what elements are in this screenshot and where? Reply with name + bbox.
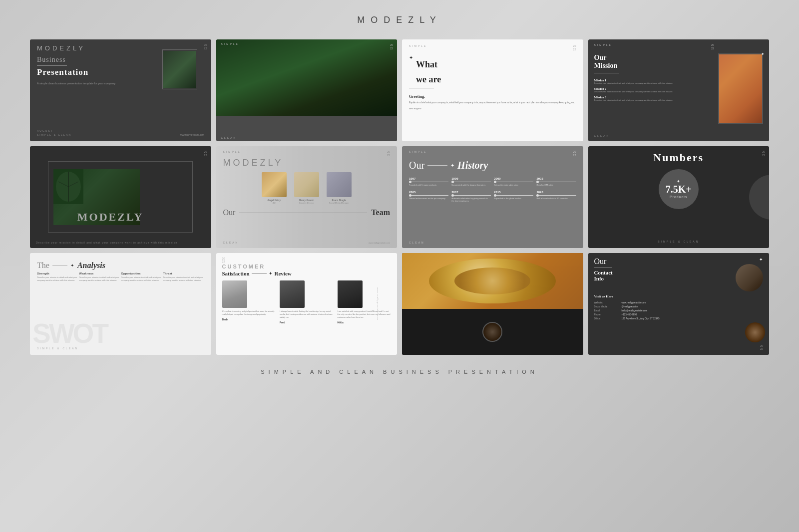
slide12-detail-phone: Phone: +123-456-7890 — [594, 313, 764, 316]
slide3-regards: Best Regard — [409, 107, 576, 110]
slide-our-mission[interactable]: SIMPLE 20 22 Our Mission Mission 1 Descr… — [588, 39, 770, 141]
slide12-detail-website: Website: www.reallygreatsite.com — [594, 301, 764, 304]
slide8-numbers: Numbers — [653, 151, 704, 164]
slide9-opportunities: Opportunities Describe your mission in d… — [121, 272, 162, 347]
slide10-satisfaction: Satisfaction — [222, 270, 250, 276]
slide7-timeline-2005: 2005 Gained achievement as the pro compa… — [409, 191, 448, 203]
slide10-customer: CUSTOMER — [222, 264, 266, 269]
slide12-info: Info — [594, 275, 613, 281]
slide-coffee-photo[interactable] — [402, 253, 583, 355]
slide6-our: Our — [223, 208, 236, 217]
page-title: MODEZLY — [357, 15, 442, 25]
slide11-bottom-dark — [402, 309, 583, 355]
slide4-mission: Mission — [594, 62, 715, 70]
slide3-star: ✦ — [409, 55, 413, 60]
slides-grid: MODEZLY 20 22 Business Presentation A si… — [30, 39, 769, 355]
slide10-review-barb: It's my first time using a digital produ… — [222, 280, 276, 351]
slide5-outer-box: MODEZLY — [48, 161, 193, 233]
slide7-history: History — [457, 160, 488, 171]
slide7-timeline-2020: 2020 Built a branch chain to 10 countrie… — [536, 191, 576, 203]
slide10-review-hilda: I am satisfied with every product Lionix… — [338, 280, 392, 351]
slide3-simple: SIMPLE — [409, 44, 427, 51]
slide1-brand: MODEZLY — [37, 44, 85, 52]
slide1-leaf-decoration — [162, 49, 197, 89]
slide7-clean: CLEAN — [409, 241, 576, 244]
slide11-coffee-bg — [402, 253, 583, 309]
slide11-latte-cup — [429, 259, 556, 303]
slide4-image: ✦ — [718, 53, 763, 124]
slide10-review-fred: I always have trouble finding the best d… — [280, 280, 334, 351]
slide12-side-photo — [745, 322, 765, 342]
slide12-detail-email: Email: hello@reallygreatsite.com — [594, 309, 764, 312]
slide3-we-are: we are — [416, 75, 441, 85]
slide-numbers[interactable]: Numbers ✦ 7.5K+ Products SIMPLE & CLEAN … — [588, 146, 770, 248]
slide-what-we-are[interactable]: SIMPLE 20 22 ✦ What we are Greeting. Exp… — [402, 39, 583, 141]
slide5-leaf-svg — [53, 169, 83, 204]
slide12-star: ✦ — [759, 257, 763, 262]
slide6-clean: CLEAN — [223, 241, 239, 244]
slide12-detail-office: Office: 123 Anywhere St., Any City, ST 1… — [594, 317, 764, 320]
slide-modezly-dark[interactable]: MODEZLY Describe your mission in detail … — [30, 146, 211, 248]
slide-analysis[interactable]: The ✦ Analysis SWOT Strength Describe yo… — [30, 253, 211, 355]
slide10-review-title: Review — [275, 270, 292, 276]
slide10-star: ✦ — [269, 271, 273, 276]
slide2-simple: SIMPLE — [221, 42, 239, 45]
slide4-mission-2: Mission 2 Describe your mission in detai… — [594, 87, 715, 93]
slide7-our: Our — [409, 160, 424, 171]
slide4-simple: SIMPLE — [594, 43, 612, 46]
slide1-footer-left: AUGUST SIMPLE & CLEAN — [37, 129, 71, 136]
slide6-member-2: Henry Groom Creative Director — [293, 172, 320, 204]
slide9-analysis: Analysis — [77, 261, 105, 270]
slide7-timeline-1997: 1997 Founded with 5 major products — [409, 177, 448, 187]
slide5-desc: Describe your mission in detail and what… — [36, 241, 177, 244]
slide8-products: Products — [670, 195, 688, 199]
slide3-what: What — [416, 60, 441, 70]
slide7-timeline-2002: 2002 Reached 5M sales — [536, 177, 576, 187]
slide7-simple: SIMPLE — [409, 150, 427, 157]
slide-business-presentation[interactable]: MODEZLY 20 22 Business Presentation A si… — [30, 39, 211, 141]
slide2-year-top: 20 — [390, 43, 393, 47]
slide7-timeline-2015: 2015 Expanded to the global market — [494, 191, 533, 203]
slide8-footer: SIMPLE & CLEAN — [658, 240, 699, 243]
slide6-brand: MODEZLY — [223, 158, 391, 168]
slide8-circle: ✦ 7.5K+ Products — [659, 169, 699, 209]
slide10-side-text: www.reallygreatsite.com — [376, 287, 379, 320]
slide7-star: ✦ — [450, 163, 454, 168]
page-subtitle: SIMPLE AND CLEAN BUSINESS PRESENTATION — [261, 369, 538, 375]
slide12-visit: Visit us Here — [594, 294, 764, 298]
slide8-count: 7.5K+ — [666, 184, 692, 195]
slide9-star: ✦ — [70, 263, 74, 268]
slide-contact-info[interactable]: Our Contact Info ✦ Visit us Here Website… — [588, 253, 770, 355]
slide9-threat: Threat Describe your mission in detail a… — [163, 272, 204, 347]
slide1-year: 20 22 — [204, 43, 207, 50]
slide-our-history[interactable]: SIMPLE 20 22 Our ✦ History 1997 Founded … — [402, 146, 583, 248]
slide9-the: The — [37, 261, 49, 270]
slide-customer-review[interactable]: 2022 CUSTOMER Satisfaction ✦ Review It's… — [216, 253, 398, 355]
slide4-star: ✦ — [761, 52, 765, 56]
slide6-footer: www.reallygreatsite.com — [369, 242, 390, 244]
slide3-body: Explain in a brief what your company is,… — [409, 101, 576, 104]
slide11-circle-photo — [482, 322, 502, 342]
slide12-detail-social: Social Media: @reallygreatsite — [594, 305, 764, 308]
slide12-contact: Contact — [594, 269, 613, 275]
slide6-member-1: Angel Fritzy AO — [260, 172, 288, 204]
slide-plant[interactable]: SIMPLE 20 22 CLEAN — [216, 39, 398, 141]
slide6-member-3: Franz Dingle Social Media Manager — [325, 172, 353, 204]
slide12-our: Our — [594, 257, 613, 266]
slide6-simple: SIMPLE — [223, 150, 241, 157]
slide9-swot-bg: SWOT — [32, 320, 107, 347]
slide5-year: 20 22 — [204, 150, 207, 157]
slide6-team: Team — [371, 208, 390, 217]
slide4-our: Our — [594, 54, 715, 62]
slide-our-team[interactable]: SIMPLE 20 22 MODEZLY Angel Fritzy AO Hen… — [216, 146, 398, 248]
slide1-footer-right: www.reallygreatsite.com — [180, 134, 204, 136]
slide4-clean: CLEAN — [594, 134, 715, 137]
slide2-year-bottom: 22 — [390, 47, 393, 50]
slide12-top-photo — [736, 264, 763, 291]
slide7-timeline-1999: 1999 Cooperated with the biggest financi… — [451, 177, 491, 187]
slide4-mission-1: Mission 1 Describe your mission in detai… — [594, 79, 715, 85]
slide2-clean: CLEAN — [221, 136, 237, 139]
slide7-timeline-2000: 2000 Set up the main sales shop — [494, 177, 533, 187]
slide3-greeting: Greeting. — [409, 94, 576, 99]
slide8-star: ✦ — [677, 179, 680, 184]
